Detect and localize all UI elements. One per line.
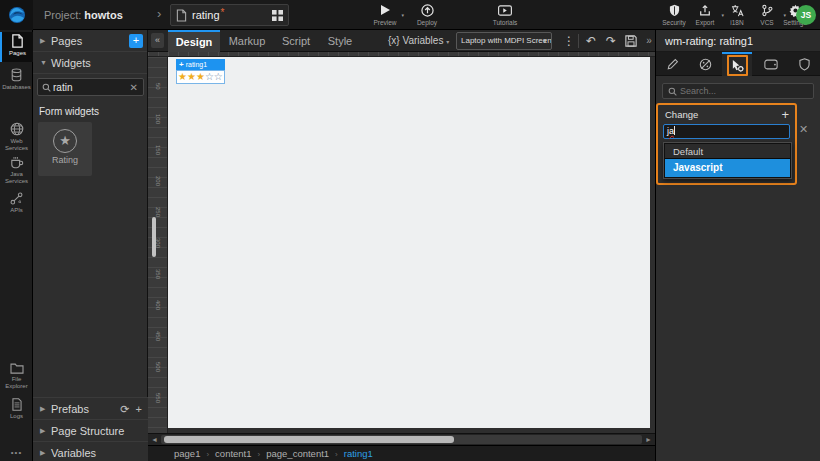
change-event-label: Change — [665, 109, 698, 120]
toolbar-divider — [578, 34, 579, 48]
rail-item-file-explorer[interactable]: File Explorer — [0, 360, 33, 394]
export-label: Export — [688, 19, 722, 26]
tab-devices[interactable] — [756, 52, 786, 76]
vertical-scrollbar-thumb[interactable] — [152, 217, 156, 257]
chevron-down-icon: ▾ — [446, 39, 449, 45]
user-avatar[interactable]: JS — [796, 5, 816, 25]
shield-icon — [657, 3, 691, 17]
rail-item-apis[interactable]: APIs — [0, 190, 33, 218]
crumb-page1[interactable]: page1 — [174, 448, 200, 459]
save-button[interactable] — [622, 30, 640, 52]
rail-item-logs[interactable]: Logs — [0, 396, 33, 424]
design-canvas-area: 50 100 150 200 250 300 350 400 450 500 5… — [148, 52, 655, 433]
widget-name: rating1 — [186, 61, 207, 68]
i18n-label: i18N — [720, 19, 754, 26]
tab-markup[interactable]: Markup — [222, 30, 272, 52]
export-button[interactable]: ▾ Export — [688, 3, 722, 26]
rating-star-icon: ★ — [53, 129, 77, 153]
left-icon-rail: Pages Databases Web Services Java Servic… — [0, 30, 33, 461]
properties-search-input[interactable] — [680, 86, 813, 96]
caret-right-icon: ▶ — [40, 442, 45, 461]
caret-right-icon: ▶ — [40, 420, 45, 442]
scrollbar-thumb[interactable] — [164, 436, 454, 443]
properties-search-box[interactable] — [662, 83, 814, 99]
text-caret — [674, 126, 675, 135]
undo-button[interactable]: ↶ — [582, 30, 600, 52]
project-name[interactable]: Project: howtos — [44, 0, 123, 30]
refresh-icon[interactable]: ⟳ — [120, 403, 129, 415]
more-options-icon[interactable]: ••• — [0, 448, 33, 457]
widgets-section-label: Widgets — [51, 57, 91, 69]
rating1-widget[interactable]: +rating1 ★★★☆☆ — [176, 59, 225, 84]
clear-search-icon[interactable]: ✕ — [130, 82, 138, 93]
left-panel: ▶ Pages + ▼ Widgets ✕ Form widgets ★ Rat… — [33, 30, 148, 461]
rail-label: Databases — [0, 84, 33, 91]
tab-script[interactable]: Script — [274, 30, 318, 52]
crumb-content1[interactable]: content1 — [215, 448, 251, 459]
device-select[interactable]: Laptop with MDPI Screen ▼ — [456, 32, 552, 50]
i18n-button[interactable]: i18N — [720, 3, 754, 26]
crumb-rating1[interactable]: rating1 — [344, 448, 373, 459]
option-default[interactable]: Default — [665, 144, 790, 159]
rail-label: Java Services — [0, 171, 33, 185]
variables-dropdown[interactable]: {x} Variables ▾ — [388, 30, 449, 52]
widget-search-box[interactable]: ✕ — [37, 78, 144, 96]
add-page-button[interactable]: + — [129, 34, 143, 48]
tab-style[interactable]: Style — [320, 30, 360, 52]
pages-section-label: Pages — [51, 35, 82, 47]
pages-icon — [2, 34, 33, 48]
rail-item-web-services[interactable]: Web Services — [0, 120, 33, 154]
crumb-page-content1[interactable]: page_content1 — [266, 448, 329, 459]
collapse-panel-button[interactable]: « — [151, 33, 164, 48]
tab-events[interactable] — [722, 52, 752, 76]
page-selector[interactable]: rating * — [170, 4, 289, 26]
canvas-toolbar: « Design Markup Script Style {x} Variabl… — [148, 30, 655, 52]
coffee-icon — [0, 156, 33, 169]
ruler-mark: 250 — [155, 207, 161, 217]
add-prefab-button[interactable]: + — [136, 403, 142, 415]
horizontal-scrollbar[interactable]: ◄ ► — [148, 433, 655, 445]
change-event-input-value: ja — [667, 126, 674, 136]
tab-properties[interactable] — [658, 52, 688, 76]
more-actions-button[interactable]: ⋮ — [560, 30, 578, 52]
page-structure-section-header[interactable]: ▶ Page Structure — [33, 419, 148, 442]
option-javascript[interactable]: Javascript — [665, 159, 790, 177]
properties-panel-title: wm-rating: rating1 — [656, 30, 820, 52]
design-canvas[interactable]: +rating1 ★★★☆☆ — [168, 57, 650, 428]
widget-search-input[interactable] — [51, 82, 130, 93]
rail-item-databases[interactable]: Databases — [0, 66, 33, 94]
security-button[interactable]: Security — [657, 3, 691, 26]
star-empty-icons: ☆☆ — [205, 71, 223, 82]
tab-styles[interactable] — [690, 52, 720, 76]
preview-button[interactable]: ▾ Preview — [368, 3, 402, 26]
deploy-button[interactable]: Deploy — [410, 3, 444, 26]
variables-section-header[interactable]: ▶ Variables — [33, 441, 148, 461]
scroll-right-icon[interactable]: ► — [645, 436, 652, 443]
redo-button[interactable]: ↷ — [602, 30, 620, 52]
pages-section-header[interactable]: ▶ Pages + — [33, 30, 147, 52]
rail-label: File Explorer — [0, 376, 33, 390]
change-event-input[interactable]: ja — [663, 124, 790, 139]
rail-item-pages[interactable]: Pages — [0, 32, 33, 62]
rail-item-java-services[interactable]: Java Services — [0, 154, 33, 188]
variables-label: Variables — [51, 447, 96, 459]
rating-stars[interactable]: ★★★☆☆ — [176, 70, 225, 84]
prefabs-section-header[interactable]: ▶ Prefabs ⟳+ — [33, 397, 148, 420]
tutorials-button[interactable]: Tutorials — [488, 3, 522, 26]
add-event-button[interactable]: + — [781, 107, 789, 122]
clear-event-icon[interactable]: ✕ — [799, 123, 808, 136]
page-name: rating — [192, 9, 220, 21]
properties-panel: wm-rating: rating1 — [655, 30, 820, 461]
wavemaker-logo[interactable] — [0, 0, 33, 30]
rail-label: APIs — [0, 207, 33, 214]
scroll-left-icon[interactable]: ◄ — [151, 436, 158, 443]
event-options-dropdown: Default Javascript — [663, 142, 792, 179]
scrollbar-track[interactable] — [161, 435, 642, 444]
widget-selection-label[interactable]: +rating1 — [176, 59, 225, 70]
widgets-section-header[interactable]: ▼ Widgets — [33, 52, 147, 74]
tab-design[interactable]: Design — [168, 30, 220, 52]
page-grid-icon[interactable] — [272, 10, 283, 21]
tab-security[interactable] — [789, 52, 819, 76]
unsaved-marker: * — [221, 7, 225, 18]
rating-widget-card[interactable]: ★ Rating — [38, 122, 92, 176]
